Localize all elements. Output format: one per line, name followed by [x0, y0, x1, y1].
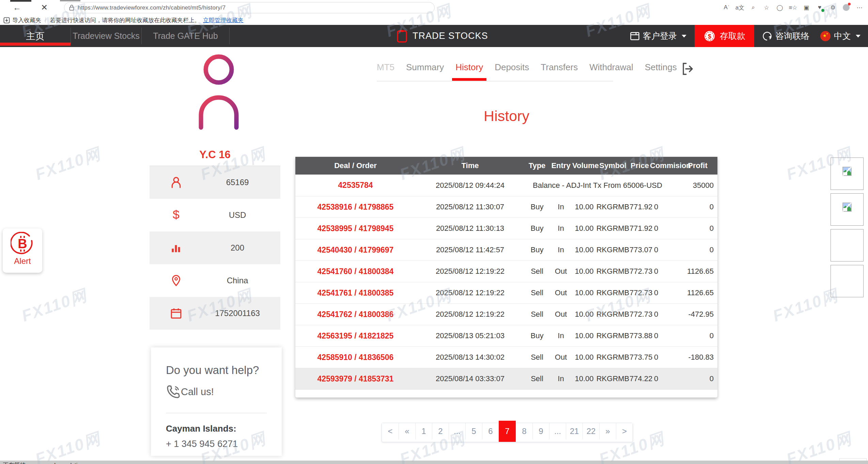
deal-order-link[interactable]: 42538995 / 41798945 — [295, 224, 416, 233]
deal-type: Buy — [525, 331, 549, 340]
deal-commission: 0 — [650, 224, 678, 233]
deal-type: Sell — [525, 310, 549, 319]
bitcoin-alert-widget[interactable]: B Alert — [3, 228, 42, 273]
column-header: Commision — [650, 161, 678, 170]
page-button[interactable]: ... — [549, 423, 566, 439]
svg-text:$: $ — [708, 33, 711, 40]
page-button[interactable]: » — [599, 423, 616, 439]
deal-commission: 0 — [650, 353, 678, 362]
tab-summary[interactable]: Summary — [406, 62, 444, 79]
deal-time: 2025/08/13 05:21:03 — [416, 331, 525, 340]
deal-profit: -472.95 — [678, 310, 717, 319]
nav-trade-gate-hub[interactable]: Trade GATE Hub — [142, 25, 229, 47]
deposit-withdraw-button[interactable]: $ 存取款 — [695, 25, 754, 47]
back-button[interactable]: ← — [13, 3, 21, 12]
split-screen-icon[interactable]: ◯ — [775, 2, 785, 13]
ad-placeholder-box[interactable] — [831, 229, 864, 261]
page-button[interactable]: ... — [449, 423, 465, 439]
account-field-value: 1752001163 — [183, 309, 280, 318]
tab-deposits[interactable]: Deposits — [495, 62, 529, 79]
manage-favorites-link[interactable]: 立即管理收藏夹 — [203, 16, 244, 24]
deal-time: 2025/08/14 03:33:07 — [416, 374, 525, 383]
copilot-icon[interactable]: ▣ — [801, 2, 811, 13]
page-button[interactable]: > — [616, 423, 633, 439]
zoom-icon[interactable]: ⌕ — [748, 2, 758, 13]
deal-order-link[interactable]: 42585910 / 41836506 — [295, 353, 416, 362]
tab-withdrawal[interactable]: Withdrawal — [589, 62, 633, 79]
address-bar[interactable]: https://www.tradeviewforex.com/zh/cabine… — [64, 2, 435, 13]
table-row: 42540430 / 417996972025/08/12 11:42:57Bu… — [295, 239, 717, 260]
language-menu[interactable]: ★★ 中文 — [818, 25, 868, 47]
page-button[interactable]: 1 — [415, 423, 432, 439]
svg-text:$: $ — [173, 209, 180, 222]
deal-order-link[interactable]: 42541761 / 41800385 — [295, 288, 416, 298]
tab-settings[interactable]: Settings — [645, 62, 677, 79]
profile-avatar-icon[interactable] — [841, 2, 851, 13]
browser-status-bar: 正在等待 www.google-analytics.com... — [0, 461, 868, 464]
nav-tradeview-stocks[interactable]: Tradeview Stocks — [71, 25, 141, 47]
collections-icon[interactable]: ≡☆ — [788, 2, 798, 13]
tab-transfers[interactable]: Transfers — [541, 62, 578, 79]
deal-order-link[interactable]: 42593979 / 41853731 — [295, 374, 416, 384]
ad-placeholder-box[interactable] — [831, 158, 864, 190]
deal-symbol: RKGRMB — [596, 224, 630, 233]
deal-order-link[interactable]: 42540430 / 41799697 — [295, 245, 416, 255]
deal-entry: In — [549, 245, 572, 254]
ad-placeholder-box[interactable] — [831, 193, 864, 226]
column-header: Volume — [572, 161, 596, 170]
account-field-value: China — [183, 276, 280, 285]
page-button[interactable]: 8 — [516, 423, 532, 439]
page-button[interactable]: < — [382, 423, 399, 439]
deal-order-link[interactable]: 42535784 — [295, 181, 416, 190]
table-row: 42538916 / 417988652025/08/12 11:30:07Bu… — [295, 196, 717, 218]
tab-history[interactable]: History — [455, 62, 483, 79]
help-phone-number: + 1 345 945 6271 — [166, 439, 282, 449]
client-login-menu[interactable]: 客户登录 — [622, 25, 695, 47]
profile-avatar — [197, 52, 241, 131]
ad-placeholder-box[interactable] — [831, 265, 864, 297]
extensions-icon[interactable]: ⚙ — [828, 2, 838, 13]
page-button[interactable]: 21 — [566, 423, 583, 439]
page-button[interactable]: 6 — [482, 423, 499, 439]
deal-time: 2025/08/12 12:19:22 — [416, 288, 525, 297]
read-aloud-icon[interactable]: Aʾ — [722, 2, 732, 13]
deal-symbol: RKGRMB — [596, 267, 630, 276]
deal-order-link[interactable]: 42541762 / 41800386 — [295, 310, 416, 319]
deal-symbol: RKGRMB — [596, 331, 630, 340]
page-button[interactable]: « — [399, 423, 415, 439]
import-favorites-button[interactable]: 导入收藏夹 — [3, 16, 41, 24]
deal-entry: In — [549, 374, 572, 383]
more-menu-icon[interactable]: ⋯ — [854, 2, 865, 13]
deal-symbol: RKGRMB — [596, 310, 630, 319]
svg-text:B: B — [18, 237, 27, 251]
pagination: <«12...56789...2122»> — [382, 423, 633, 442]
toolbar-icon-cluster: Aʾa文⌕☆◯≡☆▣♥⚙⋯ — [722, 2, 865, 13]
deal-commission: 0 — [650, 267, 678, 276]
deal-time: 2025/08/12 12:19:22 — [416, 310, 525, 319]
page-button[interactable]: 9 — [532, 423, 549, 439]
call-us-link[interactable]: Call us! — [166, 384, 282, 399]
deal-order-link[interactable]: 42563195 / 41821825 — [295, 331, 416, 341]
brand: TRADE STOCKS — [397, 25, 488, 47]
deal-symbol: RKGRMB — [596, 245, 630, 254]
balance-note: Balance - ADJ-Int Tx From 65006-USD — [525, 181, 678, 190]
tab-mt5[interactable]: MT5 — [377, 62, 394, 79]
browser-essentials-icon[interactable]: ♥ — [815, 2, 825, 13]
deal-order-link[interactable]: 42541760 / 41800384 — [295, 267, 416, 276]
logout-button[interactable] — [681, 62, 694, 76]
table-row: 42541762 / 418003862025/08/12 12:19:22Se… — [295, 303, 717, 325]
favorite-star-icon[interactable]: ☆ — [761, 2, 772, 13]
page-button[interactable]: 22 — [583, 423, 599, 439]
table-row: 42563195 / 418218252025/08/13 05:21:03Bu… — [295, 325, 717, 346]
lock-icon — [69, 4, 74, 11]
contact-menu[interactable]: 咨询联络 — [754, 25, 818, 47]
page-button[interactable]: 5 — [465, 423, 482, 439]
pin-icon — [169, 274, 183, 287]
account-tabs: MT5SummaryHistoryDepositsTransfersWithdr… — [377, 62, 613, 79]
page-button-current[interactable]: 7 — [499, 421, 516, 442]
translate-icon[interactable]: a文 — [735, 2, 745, 13]
deal-order-link[interactable]: 42538916 / 41798865 — [295, 203, 416, 212]
calendar-icon — [169, 308, 183, 319]
stop-button[interactable]: ✕ — [41, 3, 48, 12]
page-button[interactable]: 2 — [432, 423, 449, 439]
